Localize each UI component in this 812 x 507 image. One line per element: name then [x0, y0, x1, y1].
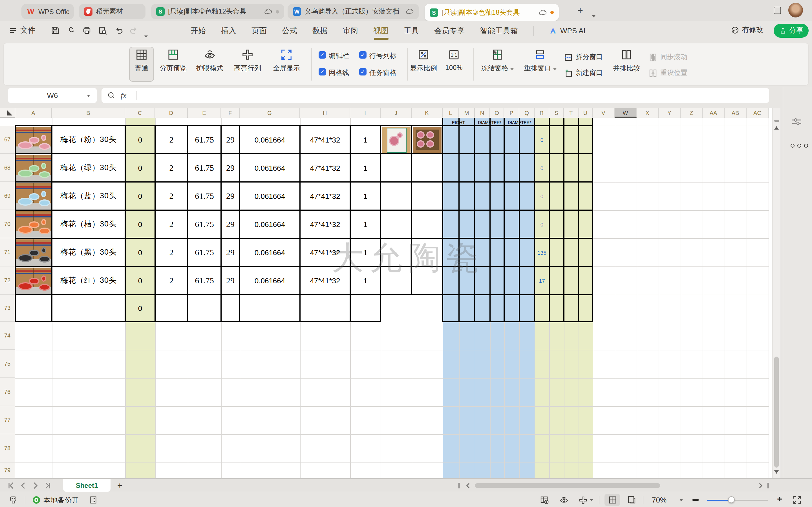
menu-item-data[interactable]: 数据 [312, 25, 327, 36]
modified-status[interactable]: 有修改 [731, 25, 763, 35]
file-menu[interactable]: 文件 [9, 25, 36, 36]
cell-e69[interactable]: 61.75 [188, 182, 221, 210]
row-header-69[interactable]: 69 [0, 182, 15, 210]
column-header-z[interactable]: Z [680, 108, 703, 118]
cell-c70[interactable]: 0 [125, 210, 155, 238]
cell-h70[interactable]: 47*41*32 [300, 210, 350, 238]
column-header-p[interactable]: P [504, 108, 519, 118]
column-header-i[interactable]: I [350, 108, 380, 118]
add-sheet-button[interactable]: + [117, 481, 122, 490]
vertical-scrollbar[interactable] [772, 108, 780, 478]
cell-c72[interactable]: 0 [125, 267, 155, 295]
cell-g68[interactable]: 0.061664 [240, 154, 300, 182]
cell-e72[interactable]: 61.75 [188, 267, 221, 295]
column-header-ab[interactable]: AB [725, 108, 747, 118]
cell-b70[interactable]: 梅花（桔）30头 [52, 210, 125, 238]
undo-icon[interactable] [114, 26, 123, 35]
cell-d68[interactable]: 2 [155, 154, 188, 182]
zoom-level-label[interactable]: 70% [652, 496, 666, 504]
user-avatar[interactable] [788, 3, 803, 17]
cell-f67[interactable]: 29 [221, 126, 240, 154]
cell-h72[interactable]: 47*41*32 [300, 267, 350, 295]
cell-i69[interactable]: 1 [350, 182, 380, 210]
menu-item-smart-toolbox[interactable]: 智能工具箱 [480, 25, 518, 36]
freeze-panes-button[interactable]: 冻结窗格 [477, 49, 517, 73]
highlight-toggle-icon[interactable] [578, 496, 588, 505]
split-window-button[interactable]: 拆分窗口 [564, 52, 603, 62]
cell-c73[interactable]: 0 [125, 295, 155, 322]
save-icon[interactable] [51, 26, 60, 35]
menu-item-page[interactable]: 页面 [252, 25, 267, 36]
zoom-in-button[interactable]: + [777, 494, 782, 504]
checkbox-gridlines[interactable]: ✓ [319, 68, 326, 75]
row-header-76[interactable]: 76 [0, 378, 15, 406]
checkbox-edit-bar[interactable]: ✓ [319, 51, 326, 59]
eye-protect-button[interactable]: 护眼模式 [192, 49, 228, 73]
cell-d72[interactable]: 2 [155, 267, 188, 295]
column-header-l[interactable]: L [443, 108, 459, 118]
column-header-s[interactable]: S [549, 108, 564, 118]
cell-g70[interactable]: 0.061664 [240, 210, 300, 238]
cell-e71[interactable]: 61.75 [188, 238, 221, 267]
row-header-67[interactable]: 67 [0, 126, 15, 154]
column-header-aa[interactable]: AA [703, 108, 725, 118]
cell-c71[interactable]: 0 [125, 238, 155, 267]
cell-b71[interactable]: 梅花（黑）30头 [52, 238, 125, 267]
cell-r68[interactable]: 0 [535, 154, 549, 182]
cell-c68[interactable]: 0 [125, 154, 155, 182]
cell-i72[interactable]: 1 [350, 267, 380, 295]
normal-view-toggle[interactable] [605, 494, 620, 506]
cell-f68[interactable]: 29 [221, 154, 240, 182]
row-header-72[interactable]: 72 [0, 267, 15, 295]
eye-view-icon[interactable] [559, 496, 568, 505]
cell-e67[interactable]: 61.75 [188, 126, 221, 154]
print-icon[interactable] [82, 26, 91, 35]
cell-f69[interactable]: 29 [221, 182, 240, 210]
fullscreen-toggle-icon[interactable] [793, 496, 801, 504]
column-header-e[interactable]: E [188, 108, 221, 118]
vertical-scroll-thumb[interactable] [774, 356, 779, 467]
cell-e68[interactable]: 61.75 [188, 154, 221, 182]
window-layout-icon[interactable] [774, 7, 781, 14]
document-tab[interactable]: W义乌购导入（正式版）安装文档 [288, 4, 419, 19]
cell-d69[interactable]: 2 [155, 182, 188, 210]
menu-item-home[interactable]: 开始 [191, 25, 206, 36]
zoom-out-button[interactable] [693, 499, 699, 501]
column-header-f[interactable]: F [221, 108, 240, 118]
zoom-slider-knob[interactable] [728, 496, 735, 503]
menu-item-review[interactable]: 审阅 [343, 25, 358, 36]
cell-c69[interactable]: 0 [125, 182, 155, 210]
cell-g67[interactable]: 0.061664 [240, 126, 300, 154]
cell-h71[interactable]: 47*41*32 [300, 238, 350, 267]
row-header-73[interactable]: 73 [0, 295, 15, 322]
cell-d70[interactable]: 2 [155, 210, 188, 238]
cell-b72[interactable]: 梅花（红）30头 [52, 267, 125, 295]
next-sheet-icon[interactable] [32, 482, 40, 490]
menu-item-insert[interactable]: 插入 [221, 25, 236, 36]
document-tab[interactable]: S[只读]副本①色釉12头套具 [151, 4, 284, 19]
new-window-button[interactable]: 新建窗口 [564, 68, 603, 78]
column-header-t[interactable]: T [564, 108, 578, 118]
document-panel-icon[interactable] [89, 496, 98, 504]
zoom-100-button[interactable]: 1:1 100% [436, 49, 472, 71]
cell-d67[interactable]: 2 [155, 126, 188, 154]
sheet-tab-sheet1[interactable]: Sheet1 [63, 479, 110, 492]
column-header-k[interactable]: K [412, 108, 443, 118]
checkbox-headings[interactable]: ✓ [359, 51, 366, 59]
formula-input[interactable]: fx [101, 88, 769, 103]
cell-b67[interactable]: 梅花（粉）30头 [52, 126, 125, 154]
menu-item-view[interactable]: 视图 [373, 25, 389, 36]
horizontal-scroll-thumb[interactable] [475, 483, 660, 488]
table-views-icon[interactable] [540, 496, 549, 505]
redo-icon[interactable] [129, 26, 138, 35]
row-header-78[interactable]: 78 [0, 434, 15, 462]
cell-r67[interactable]: 0 [535, 126, 549, 154]
side-by-side-button[interactable]: 并排比较 [608, 49, 645, 73]
column-header-x[interactable]: X [637, 108, 659, 118]
menu-item-formula[interactable]: 公式 [282, 25, 297, 36]
row-header-70[interactable]: 70 [0, 210, 15, 238]
cell-h68[interactable]: 47*41*32 [300, 154, 350, 182]
column-header-v[interactable]: V [593, 108, 615, 118]
settings-sliders-icon[interactable] [792, 117, 802, 127]
spreadsheet-grid[interactable]: ABCDEFGHIJKLMNOPQRSTUVWXYZAAABAC67686970… [0, 108, 772, 478]
